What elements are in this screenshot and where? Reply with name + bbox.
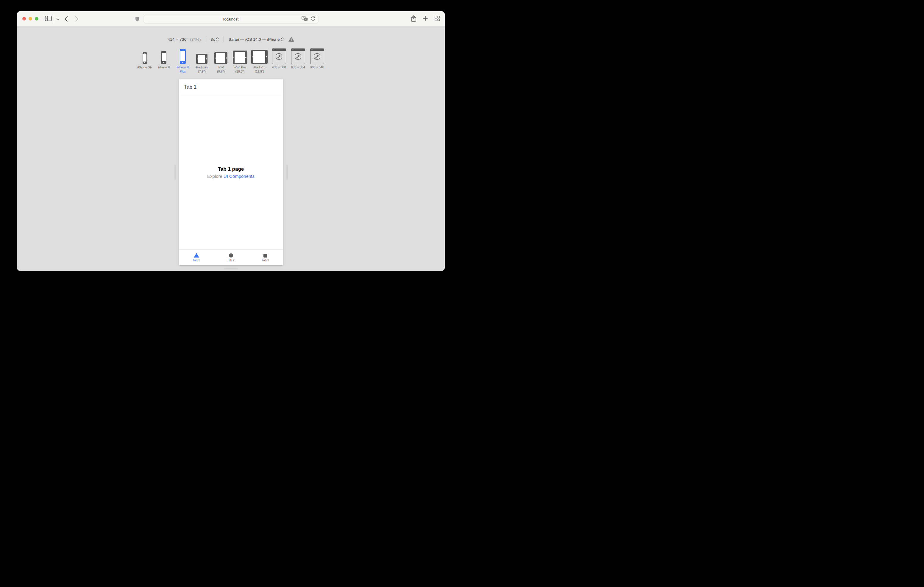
device-label: iPad (9.7")	[217, 66, 224, 74]
viewport-dimensions: 414 × 736	[168, 37, 186, 42]
address-bar[interactable]: localhost A x	[144, 15, 318, 24]
tab-bar: Tab 1 Tab 2 Tab 3	[179, 250, 283, 265]
chevron-down-icon[interactable]	[56, 16, 59, 22]
page-title: Tab 1 page	[218, 166, 244, 172]
simulated-viewport: Tab 1 Tab 1 page ExploreUI Components Ta…	[179, 79, 283, 265]
ipad-pro-10-icon	[233, 51, 248, 64]
device-iphone-8[interactable]: iPhone 8	[156, 48, 172, 69]
user-agent-value: Safari — iOS 14.0 — iPhone	[229, 37, 280, 42]
desktop-background: localhost A x	[0, 0, 462, 294]
back-button[interactable]	[64, 11, 68, 26]
resize-handle-left[interactable]	[175, 165, 176, 179]
scale-value: 3x	[211, 37, 215, 42]
ipad-pro-12-icon	[251, 50, 267, 64]
traffic-lights	[22, 17, 38, 21]
browser-toolbar: localhost A x	[17, 11, 445, 27]
device-label: iPad Pro (10.5")	[234, 66, 246, 74]
ipad-icon	[214, 52, 228, 64]
share-icon[interactable]	[411, 15, 416, 23]
page-content: Tab 1 page ExploreUI Components	[179, 95, 283, 250]
translate-icon[interactable]: A x	[301, 16, 308, 22]
rdm-status-row: 414 × 736 (84%) 3x Safari — iOS 14.0 — i…	[17, 36, 445, 43]
device-label: iPad Pro (12.9")	[253, 66, 265, 74]
safari-window: localhost A x	[17, 11, 445, 271]
device-label: iPhone 8	[157, 66, 170, 69]
device-label: iPad mini (7.9")	[195, 66, 208, 74]
sidebar-controls	[45, 11, 59, 26]
reload-icon[interactable]	[310, 16, 315, 22]
scale-stepper[interactable]: 3x	[211, 37, 219, 42]
browser-window-compass-icon	[310, 48, 324, 64]
iphone-8-plus-icon	[180, 49, 186, 64]
warning-triangle-icon[interactable]	[289, 37, 294, 42]
close-button[interactable]	[22, 17, 26, 21]
device-ipad-pro-12[interactable]: iPad Pro (12.9")	[251, 48, 267, 74]
device-ipad[interactable]: iPad (9.7")	[213, 48, 229, 74]
device-preset-400x300[interactable]: 400 × 300	[271, 48, 287, 69]
ipad-mini-icon	[196, 54, 208, 64]
privacy-shield-icon[interactable]	[135, 11, 139, 26]
page-subtitle: ExploreUI Components	[207, 174, 254, 179]
address-bar-url: localhost	[144, 15, 318, 23]
ui-components-link[interactable]: UI Components	[224, 174, 254, 179]
tab-overview-icon[interactable]	[435, 16, 440, 22]
zoom-button[interactable]	[35, 17, 38, 21]
sidebar-toggle-icon[interactable]	[45, 16, 52, 22]
triangle-icon	[194, 253, 199, 258]
device-strip: iPhone SE iPhone 8 iPhone 8 Plus iPad mi…	[17, 48, 445, 74]
square-icon	[264, 254, 267, 258]
device-preset-960x540[interactable]: 960 × 540	[309, 48, 325, 69]
device-ipad-pro-10[interactable]: iPad Pro (10.5")	[232, 48, 248, 74]
iphone-se-icon	[143, 53, 147, 64]
device-label: 683 × 384	[291, 66, 305, 69]
resize-handle-right[interactable]	[286, 165, 288, 179]
divider	[206, 36, 206, 43]
browser-window-compass-icon	[291, 48, 305, 64]
device-label: 960 × 540	[310, 66, 324, 69]
svg-text:x: x	[305, 18, 306, 21]
device-iphone-8-plus[interactable]: iPhone 8 Plus	[175, 48, 190, 74]
nav-bar-title: Tab 1	[184, 84, 197, 90]
user-agent-select[interactable]: Safari — iOS 14.0 — iPhone	[229, 37, 284, 42]
forward-button[interactable]	[75, 11, 79, 26]
tab-3[interactable]: Tab 3	[248, 250, 283, 265]
tab-1[interactable]: Tab 1	[179, 250, 214, 265]
minimize-button[interactable]	[28, 17, 32, 21]
device-label: 400 × 300	[272, 66, 286, 69]
toolbar-divider	[54, 15, 54, 23]
device-iphone-se[interactable]: iPhone SE	[137, 48, 152, 69]
nav-bar: Tab 1	[179, 79, 283, 95]
browser-window-compass-icon	[272, 48, 286, 64]
device-ipad-mini[interactable]: iPad mini (7.9")	[194, 48, 210, 74]
zoom-percentage: (84%)	[190, 37, 201, 42]
resize-handle-bottom[interactable]	[224, 268, 238, 270]
iphone-8-icon	[161, 51, 167, 64]
circle-icon	[229, 253, 233, 258]
device-preset-683x384[interactable]: 683 × 384	[290, 48, 306, 69]
device-label: iPhone 8 Plus	[177, 66, 189, 74]
stepper-chevrons-icon	[281, 37, 284, 42]
stepper-chevrons-icon	[216, 37, 219, 42]
tab-2[interactable]: Tab 2	[214, 250, 248, 265]
device-label: iPhone SE	[137, 66, 152, 69]
plus-icon[interactable]	[423, 16, 428, 22]
